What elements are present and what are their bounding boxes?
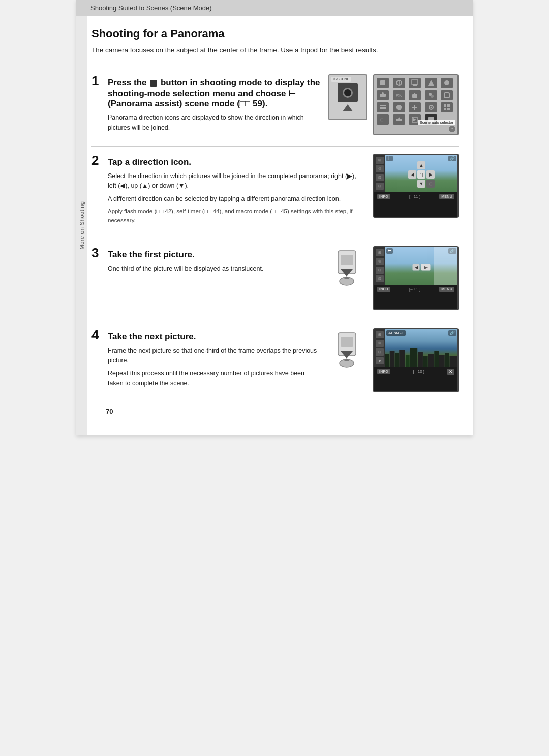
sg-cell-4 (425, 78, 437, 88)
svg-marker-32 (413, 118, 416, 121)
camera-body (338, 83, 358, 102)
download-icon-step4 (326, 328, 367, 374)
step-2-block: 2 Tap a direction icon. Select the direc… (92, 146, 459, 228)
scene-mode-label: ✳/SCENE (331, 77, 351, 82)
svg-rect-17 (380, 105, 386, 106)
camera-arrow (343, 104, 353, 111)
arrow-up: ▲ (417, 161, 425, 169)
sidebar-icon-s4-3: ⊡ (376, 348, 384, 356)
sg-cell-16: ⊞ (377, 114, 389, 125)
sidebar-icon-2: ③ (376, 165, 384, 172)
sg-cell-2 (393, 78, 405, 88)
pano-bg-step4: AE/AF-L 🔗 (385, 329, 458, 369)
pano-display-step2: ⊢ 🔗 ▲ ◀ [ ] ▶ (373, 154, 459, 218)
dir-arrows-step3: ◀ ▶ (413, 264, 431, 270)
pano-top-icons-row: ⊢ 🔗 (386, 156, 456, 161)
sidebar-icon-s4-1: ⊞ (376, 331, 384, 338)
pano-top-step4: AE/AF-L 🔗 (386, 330, 456, 336)
sidebar-icon-s4-2: ③ (376, 340, 384, 347)
sg-cell-17 (393, 114, 405, 125)
step-3-num: 3 (92, 246, 103, 259)
svg-rect-16 (380, 107, 386, 108)
translucent-overlay (434, 247, 458, 287)
arrow-left: ◀ (408, 170, 416, 179)
sg-cell-7: SN (393, 90, 405, 100)
step-3-body1: One third of the picture will be display… (108, 264, 318, 274)
sg-cell-14 (425, 102, 437, 112)
svg-rect-49 (410, 348, 418, 369)
sg-cell-11 (377, 102, 389, 112)
ae-af-label: AE/AF-L (386, 330, 406, 336)
arrow-tl (408, 161, 416, 169)
city-skyline (385, 348, 458, 369)
step-2-header: 2 Tap a direction icon. (92, 154, 365, 167)
pano-display-step4: AE/AF-L 🔗 ⊞ ③ ⊡ ▶ INFO (373, 328, 459, 392)
pano-lock-icon: 🔗 (448, 330, 456, 336)
info-label-step2: INFO (377, 194, 390, 199)
sg-cell-12 (393, 102, 405, 112)
pano-top-right-icon: 🔗 (448, 156, 456, 161)
svg-rect-3 (412, 80, 418, 84)
step-3-right: ⊢ 🔗 ◀ ▶ ⊞ (326, 246, 459, 310)
pano-bottom-controls: INFO [– 11 ] MENU (374, 192, 458, 217)
svg-rect-47 (399, 350, 405, 369)
step-1-left: 1 Press the button in shooting mode to d… (92, 74, 328, 136)
step-1-body: Panorama direction icons are displayed t… (108, 113, 320, 133)
info-menu-bar-step3: INFO [– 11 ] MENU (374, 285, 458, 293)
svg-marker-5 (428, 80, 434, 86)
sg-cell-9 (425, 90, 437, 100)
arrow-tr (426, 161, 435, 169)
svg-rect-4 (413, 84, 417, 86)
counter-step4: [– 10 ] (413, 369, 424, 374)
step-4-block: 4 Take the next picture. Frame the next … (92, 321, 459, 392)
info-menu-bar-step4: INFO [– 10 ] ✕ (374, 367, 458, 376)
sidebar-icon-s3-1: ⊞ (376, 249, 384, 256)
sg-cell-8 (409, 90, 421, 100)
sg-cell-13 (409, 102, 421, 112)
svg-point-6 (444, 80, 449, 85)
step-3-left: 3 Take the first picture. One third of t… (92, 246, 326, 310)
svg-rect-25 (447, 104, 450, 107)
page-number: 70 (92, 402, 459, 420)
scene-auto-selector-label: Scene auto selector (418, 120, 455, 125)
top-bar-text: Shooting Suited to Scenes (Scene Mode) (90, 4, 211, 12)
intro-text: The camera focuses on the subject at the… (92, 45, 459, 55)
sg-cell-3 (409, 78, 421, 88)
step3-arrow-l: ◀ (413, 264, 420, 270)
svg-rect-15 (444, 93, 449, 98)
step-2-body2: A different direction can be selected by… (108, 194, 365, 204)
step-2-body: Select the direction in which pictures w… (108, 171, 365, 225)
svg-rect-26 (444, 108, 446, 110)
sg-cell-5 (441, 78, 453, 88)
svg-rect-18 (380, 108, 386, 109)
step-1-images: ✳/SCENE (328, 74, 367, 120)
svg-rect-11 (412, 94, 417, 98)
sg-cell-6 (377, 90, 389, 100)
step-3-header: 3 Take the first picture. (92, 246, 318, 260)
step-4-header: 4 Take the next picture. (92, 328, 318, 342)
svg-point-14 (431, 95, 434, 98)
top-bar: Shooting Suited to Scenes (Scene Mode) (76, 0, 473, 16)
svg-rect-35 (341, 255, 353, 265)
step-2-body1: Select the direction in which pictures w… (108, 171, 365, 191)
sg-cell-10 (441, 90, 453, 100)
camera-lens (343, 88, 353, 98)
step-2-num: 2 (92, 154, 103, 167)
step3-arrow-c: ▶ (421, 264, 431, 270)
sg-cell-15 (441, 102, 453, 112)
svg-point-23 (430, 107, 432, 108)
step-1-title: Press the button in shooting mode to dis… (108, 78, 320, 109)
sidebar-icon-3: ⊡ (376, 174, 384, 181)
step-4-title: Take the next picture. (108, 332, 196, 342)
step-2-left: 2 Tap a direction icon. Select the direc… (92, 154, 373, 228)
svg-marker-30 (398, 117, 400, 119)
pano-bottom-step3: INFO [– 11 ] MENU (374, 285, 458, 309)
svg-marker-19 (396, 105, 402, 110)
sg-cell-1 (377, 78, 389, 88)
svg-rect-45 (390, 351, 395, 369)
close-btn-step4: ✕ (447, 369, 454, 375)
svg-rect-0 (380, 80, 385, 85)
finger-press-svg-step4 (330, 332, 363, 370)
info-label-step4: INFO (377, 369, 390, 374)
pano-bg-step3: ⊢ 🔗 ◀ ▶ (385, 247, 458, 287)
